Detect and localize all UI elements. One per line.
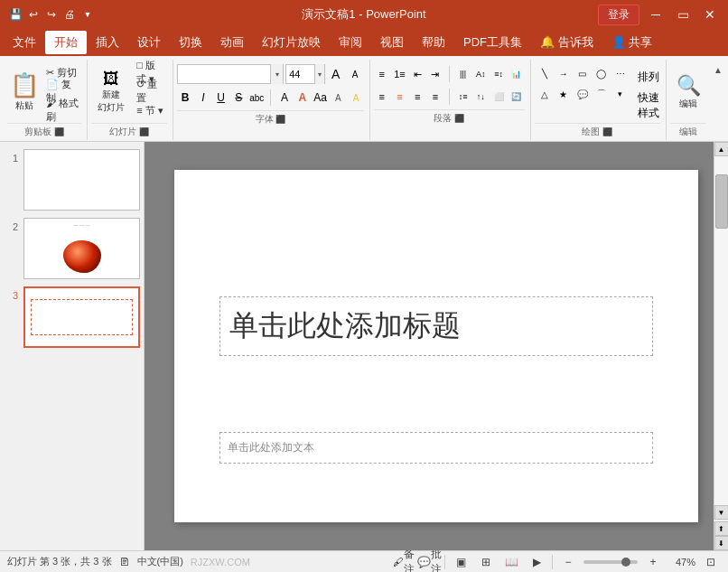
scroll-track[interactable] [714,156,729,505]
font-color-button[interactable]: A [294,88,311,108]
undo-icon[interactable]: ↩ [25,6,42,23]
menu-review[interactable]: 审阅 [330,31,371,54]
bold-button[interactable]: B [177,88,193,108]
menu-design[interactable]: 设计 [128,31,170,54]
subtitle-placeholder[interactable]: 单击此处添加文本 [219,432,653,464]
menu-help[interactable]: 帮助 [413,31,454,54]
text-box-button[interactable]: ⬜ [490,87,507,107]
normal-view-button[interactable]: ▣ [451,554,471,570]
close-button[interactable]: ✕ [699,4,721,25]
shape-curve[interactable]: ⌒ [592,84,611,104]
scroll-thumb[interactable] [715,174,728,229]
slide-panel[interactable]: 1 2 — — — 3 [0,142,145,550]
highlight-button[interactable]: A [348,88,364,108]
arrange-button[interactable]: 排列 [632,63,665,90]
vertical-scrollbar[interactable]: ▲ ▼ ⬆ ⬇ [714,142,728,550]
slide-preview-1[interactable] [23,149,140,211]
shape-rect[interactable]: ▭ [573,63,593,83]
ribbon-collapse[interactable]: ▲ [712,60,724,140]
shape-triangle[interactable]: △ [535,84,555,104]
slide-thumb-2[interactable]: 2 — — — [4,218,140,279]
shape-arrow[interactable]: → [554,63,574,83]
zoom-in-button[interactable]: + [643,554,663,570]
underline-button[interactable]: U [213,88,229,108]
scroll-up-button[interactable]: ▲ [714,142,729,156]
font-name-input[interactable] [178,69,270,80]
shape-star[interactable]: ★ [554,84,574,104]
convert-to-smartart[interactable]: 🔄 [509,87,525,107]
save-icon[interactable]: 💾 [7,6,23,23]
decrease-indent-button[interactable]: ⇤ [409,64,425,84]
shape-line[interactable]: ╲ [535,63,555,83]
comments-button[interactable]: 💬 批注 [419,554,439,570]
align-left-button[interactable]: ≡ [374,87,390,107]
char-spacing-button[interactable]: A [276,88,293,108]
clear-format-button[interactable]: A [330,88,346,108]
redo-icon[interactable]: ↪ [43,6,60,23]
shape-more[interactable]: ⋯ [611,63,630,83]
slide-thumb-1[interactable]: 1 [4,149,140,211]
login-button[interactable]: 登录 [598,5,639,25]
menu-share[interactable]: 👤 共享 [602,31,662,54]
scroll-prev-slide[interactable]: ⬆ [714,521,729,536]
italic-button[interactable]: I [195,88,211,108]
scroll-next-slide[interactable]: ⬇ [714,536,729,550]
zoom-out-button[interactable]: − [558,554,578,570]
doc-status-icon[interactable]: 🖹 [119,556,130,568]
fit-slide-button[interactable]: ⊡ [701,554,721,570]
para-spacing-button[interactable]: ↑↓ [472,87,489,107]
shape-callout[interactable]: 💬 [573,84,593,104]
text-align-v-button[interactable]: ≡↕ [490,64,507,84]
font-size-arrow[interactable]: ▾ [314,64,324,84]
slide-preview-2[interactable]: — — — [23,218,140,279]
font-name-combo[interactable]: ▾ [177,64,284,84]
align-center-button[interactable]: ≡ [392,87,408,107]
align-right-button[interactable]: ≡ [409,87,425,107]
shadow-button[interactable]: abc [248,88,265,108]
increase-indent-button[interactable]: ⇥ [427,64,443,84]
menu-animations[interactable]: 动画 [211,31,253,54]
reset-button[interactable]: ↺ 重置 [134,82,167,100]
menu-insert[interactable]: 插入 [87,31,128,54]
zoom-level[interactable]: 47% [668,557,695,567]
menu-transitions[interactable]: 切换 [170,31,211,54]
strikethrough-button[interactable]: S [230,88,247,108]
notes-button[interactable]: 🖋 备注 [394,554,414,570]
smartart-button[interactable]: 📊 [509,64,525,84]
slide-preview-3[interactable] [23,286,140,348]
decrease-font-button[interactable]: A [346,64,363,84]
zoom-slider[interactable] [583,560,638,564]
increase-font-button[interactable]: A [327,64,344,84]
quick-styles-button[interactable]: 快速样式 [632,92,665,119]
text-dir-button[interactable]: A↕ [472,64,489,84]
title-placeholder[interactable]: 单击此处添加标题 [219,296,653,356]
menu-tell-me[interactable]: 🔔 告诉我 [531,31,602,54]
slide-sorter-button[interactable]: ⊞ [476,554,496,570]
format-painter-button[interactable]: 🖌 格式刷 [43,101,82,119]
reading-view-button[interactable]: 📖 [501,554,521,570]
font-name-arrow[interactable]: ▾ [270,64,283,84]
menu-view[interactable]: 视图 [371,31,413,54]
menu-home[interactable]: 开始 [45,31,87,54]
slideshow-button[interactable]: ▶ [527,554,546,570]
line-spacing-button[interactable]: ↕≡ [455,87,471,107]
justify-button[interactable]: ≡ [427,87,443,107]
qa-dropdown-icon[interactable]: ▼ [79,6,96,23]
print-icon[interactable]: 🖨 [61,6,78,23]
bullets-button[interactable]: ≡ [374,64,390,84]
slide-canvas[interactable]: 单击此处添加标题 单击此处添加文本 [174,170,698,522]
slide-thumb-3[interactable]: 3 [4,286,140,348]
menu-slideshow[interactable]: 幻灯片放映 [253,31,330,54]
shape-down[interactable]: ▾ [611,84,630,104]
section-button[interactable]: ≡ 节 ▾ [134,101,167,119]
col-count-button[interactable]: ||| [455,64,471,84]
restore-button[interactable]: ▭ [672,4,694,25]
scroll-down-button[interactable]: ▼ [714,505,729,520]
font-size-combo[interactable]: ▾ [285,64,325,84]
paste-button[interactable]: 📋 粘贴 [7,62,42,120]
font-size-input[interactable] [286,69,314,80]
menu-pdf[interactable]: PDF工具集 [454,31,531,54]
shape-circle[interactable]: ◯ [592,63,611,83]
find-button[interactable]: 🔍 编辑 [668,63,708,121]
text-case-button[interactable]: Aa [313,88,329,108]
